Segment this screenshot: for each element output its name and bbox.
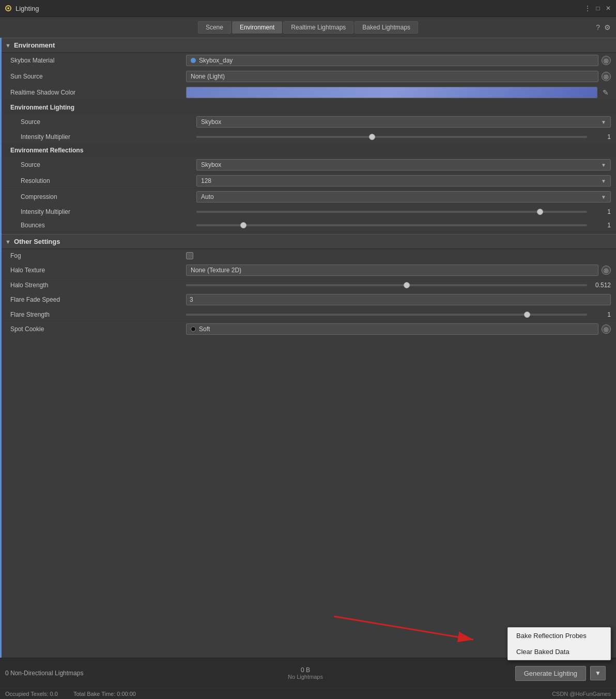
env-reflections-resolution-text: 128 <box>201 177 211 184</box>
shadow-color-row: Realtime Shadow Color ✎ <box>0 85 616 101</box>
spot-cookie-select-btn[interactable]: ◎ <box>602 324 611 334</box>
halo-strength-track[interactable] <box>186 284 587 286</box>
halo-strength-thumb[interactable] <box>404 282 410 288</box>
env-reflections-intensity-fill <box>196 211 540 213</box>
halo-texture-field[interactable]: None (Texture 2D) <box>186 265 598 276</box>
sun-source-field[interactable]: None (Light) <box>186 71 598 82</box>
environment-collapse-arrow[interactable]: ▼ <box>5 42 11 49</box>
halo-strength-fill <box>186 284 407 286</box>
svg-point-1 <box>7 7 9 9</box>
env-reflections-intensity-val: 1 <box>590 208 611 215</box>
env-lighting-header-row: Environment Lighting <box>0 101 616 114</box>
env-reflections-bounces-value: 1 <box>196 222 611 229</box>
env-reflections-bounces-slider-container: 1 <box>196 222 611 229</box>
flare-fade-speed-input[interactable] <box>186 294 611 305</box>
env-lighting-intensity-track[interactable] <box>196 136 587 138</box>
flare-strength-track[interactable] <box>186 314 587 316</box>
env-reflections-resolution-dropdown[interactable]: 128 ▼ <box>196 175 611 187</box>
sun-source-select-btn[interactable]: ◎ <box>602 72 611 81</box>
generate-lighting-dropdown-button[interactable]: ▼ <box>590 666 606 680</box>
tab-environment[interactable]: Environment <box>232 21 282 34</box>
window-icon <box>4 4 12 12</box>
halo-strength-row: Halo Strength 0.512 <box>0 278 616 292</box>
tab-bar-right: ? ⚙ <box>596 23 611 32</box>
flare-strength-slider-container: 1 <box>186 311 611 318</box>
fog-checkbox[interactable] <box>186 252 193 259</box>
skybox-material-select-btn[interactable]: ◎ <box>602 56 611 65</box>
env-reflections-compression-arrow: ▼ <box>601 194 606 200</box>
env-lighting-intensity-val: 1 <box>590 133 611 141</box>
sun-source-value: None (Light) ◎ <box>186 71 611 82</box>
no-lightmaps-text: No Lightmaps <box>205 674 405 680</box>
bottom-bar: 0 Non-Directional Lightmaps 0 B No Light… <box>0 658 616 699</box>
bottom-info: Occupied Texels: 0.0 Total Bake Time: 0:… <box>0 688 616 699</box>
shadow-color-edit-icon[interactable]: ✎ <box>600 87 611 98</box>
env-reflections-intensity-thumb[interactable] <box>537 209 543 215</box>
env-lighting-intensity-fill <box>196 136 372 138</box>
sun-source-label: Sun Source <box>10 73 186 80</box>
halo-strength-value: 0.512 <box>186 282 611 289</box>
settings-icon[interactable]: ⚙ <box>604 23 611 32</box>
menu-icon[interactable]: ⋮ <box>584 5 591 12</box>
env-reflections-resolution-row: Resolution 128 ▼ <box>0 173 616 189</box>
spot-cookie-dot <box>191 327 196 332</box>
sun-source-row: Sun Source None (Light) ◎ <box>0 69 616 85</box>
env-reflections-compression-row: Compression Auto ▼ <box>0 189 616 205</box>
lightmaps-count: 0 Non-Directional Lightmaps <box>5 670 205 677</box>
halo-texture-value: None (Texture 2D) ◎ <box>186 265 611 276</box>
env-reflections-compression-dropdown[interactable]: Auto ▼ <box>196 191 611 203</box>
env-reflections-resolution-value: 128 ▼ <box>196 175 611 187</box>
spot-cookie-label: Spot Cookie <box>10 325 186 333</box>
env-lighting-intensity-value: 1 <box>196 133 611 141</box>
env-reflections-bounces-track[interactable] <box>196 224 587 226</box>
env-reflections-intensity-row: Intensity Multiplier 1 <box>0 205 616 219</box>
bake-reflection-probes-item[interactable]: Bake Reflection Probes <box>508 628 610 644</box>
clear-baked-data-item[interactable]: Clear Baked Data <box>508 644 610 660</box>
environment-section-header[interactable]: ▼ Environment <box>0 38 616 53</box>
total-bake-time: Total Bake Time: 0:00:00 <box>73 691 136 697</box>
env-reflections-source-dropdown[interactable]: Skybox ▼ <box>196 159 611 170</box>
size-text: 0 B <box>205 666 405 674</box>
bottom-center: 0 B No Lightmaps <box>205 666 405 680</box>
skybox-material-label: Skybox Material <box>10 57 186 64</box>
env-reflections-source-value: Skybox ▼ <box>196 159 611 170</box>
generate-lighting-button[interactable]: Generate Lighting <box>515 666 586 681</box>
env-lighting-intensity-label: Intensity Multiplier <box>21 133 196 141</box>
left-accent <box>0 38 2 658</box>
close-icon[interactable]: ✕ <box>605 5 612 12</box>
halo-strength-label: Halo Strength <box>10 282 186 289</box>
halo-texture-select-btn[interactable]: ◎ <box>602 266 611 275</box>
env-reflections-title: Environment Reflections <box>10 147 186 154</box>
tab-bar: Scene Environment Realtime Lightmaps Bak… <box>0 17 616 38</box>
maximize-icon[interactable]: □ <box>594 5 602 12</box>
env-lighting-intensity-thumb[interactable] <box>369 134 375 140</box>
env-lighting-source-arrow: ▼ <box>601 119 606 125</box>
other-settings-collapse-arrow[interactable]: ▼ <box>5 239 11 245</box>
env-reflections-bounces-thumb[interactable] <box>240 222 247 228</box>
env-reflections-intensity-track[interactable] <box>196 211 587 213</box>
flare-strength-thumb[interactable] <box>524 312 530 318</box>
tab-scene[interactable]: Scene <box>198 21 231 34</box>
occupied-texels: Occupied Texels: 0.0 <box>5 691 58 697</box>
shadow-color-swatch[interactable] <box>186 87 597 98</box>
env-lighting-source-value: Skybox ▼ <box>196 116 611 128</box>
flare-strength-label: Flare Strength <box>10 311 186 318</box>
env-reflections-bounces-fill <box>196 224 243 226</box>
main-content: ▼ Environment Skybox Material Skybox_day… <box>0 38 616 658</box>
other-settings-section-header[interactable]: ▼ Other Settings <box>0 234 616 249</box>
help-icon[interactable]: ? <box>596 23 600 32</box>
env-lighting-source-dropdown[interactable]: Skybox ▼ <box>196 116 611 128</box>
title-bar: Lighting ⋮ □ ✕ <box>0 0 616 17</box>
tab-baked-lightmaps[interactable]: Baked Lightmaps <box>355 21 418 34</box>
sun-source-text: None (Light) <box>191 73 225 80</box>
env-reflections-source-arrow: ▼ <box>601 162 606 168</box>
env-reflections-source-label: Source <box>21 161 196 168</box>
flare-fade-speed-value <box>186 294 611 305</box>
env-reflections-compression-value: Auto ▼ <box>196 191 611 203</box>
skybox-dot <box>191 58 196 63</box>
skybox-material-row: Skybox Material Skybox_day ◎ <box>0 53 616 69</box>
skybox-material-field[interactable]: Skybox_day <box>186 55 598 66</box>
tab-realtime-lightmaps[interactable]: Realtime Lightmaps <box>283 21 353 34</box>
halo-texture-row: Halo Texture None (Texture 2D) ◎ <box>0 262 616 278</box>
spot-cookie-field[interactable]: Soft <box>186 323 598 335</box>
